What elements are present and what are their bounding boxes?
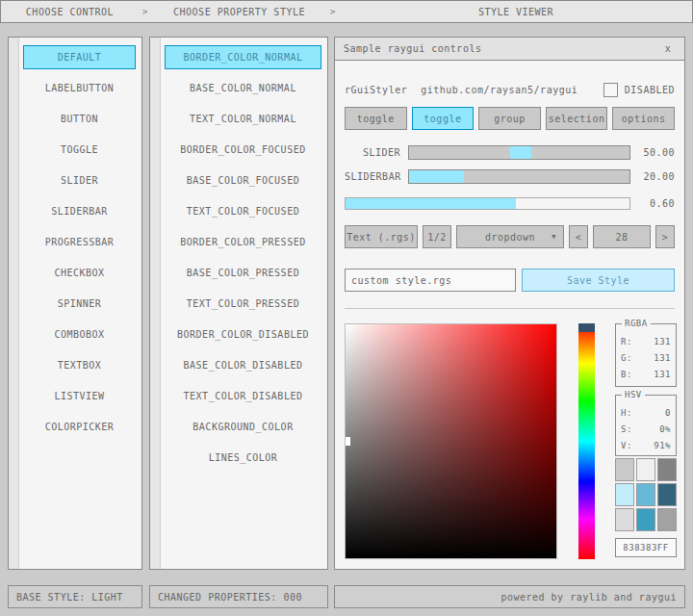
- toggle-group: toggle toggle group selection options: [345, 107, 675, 130]
- divider: [345, 308, 675, 309]
- progressbar-track: [345, 197, 630, 210]
- list-item-labelbutton[interactable]: LABELBUTTON: [23, 76, 136, 100]
- v-value: 91%: [654, 441, 671, 450]
- viewer-title-bar: Sample raygui controls x: [335, 38, 684, 61]
- dropdown-select[interactable]: dropdown ▼: [456, 225, 564, 248]
- color-picker-cursor[interactable]: [346, 437, 350, 446]
- group-button[interactable]: group: [478, 107, 541, 130]
- color-swatch[interactable]: [657, 508, 677, 531]
- list-item-background-color[interactable]: BACKGROUND_COLOR: [165, 415, 321, 439]
- list-item-button[interactable]: BUTTON: [23, 107, 136, 131]
- sliderbar-value: 20.00: [630, 171, 675, 182]
- list-item-border-color-disabled[interactable]: BORDER_COLOR_DISABLED: [165, 322, 321, 346]
- controls-list-scrollbar[interactable]: [9, 38, 19, 569]
- list-item-combobox[interactable]: COMBOBOX: [23, 322, 136, 346]
- color-swatch[interactable]: [615, 458, 634, 481]
- status-changed-properties: CHANGED PROPERTIES: 000: [149, 585, 328, 608]
- list-item-progressbar[interactable]: PROGRESSBAR: [23, 230, 136, 254]
- save-style-button[interactable]: Save Style: [522, 269, 675, 292]
- list-item-border-color-focused[interactable]: BORDER_COLOR_FOCUSED: [165, 138, 321, 162]
- selection-button[interactable]: selection: [546, 107, 608, 130]
- h-value: 0: [665, 408, 671, 418]
- hex-color-textbox[interactable]: 838383FF: [615, 538, 677, 557]
- rgba-group-title: RGBA: [622, 319, 651, 328]
- hsv-group-title: HSV: [622, 390, 645, 399]
- hue-slider-handle[interactable]: [578, 323, 595, 332]
- list-item-text-color-normal[interactable]: TEXT_COLOR_NORMAL: [165, 107, 321, 131]
- close-icon[interactable]: x: [660, 41, 676, 57]
- list-item-base-color-pressed[interactable]: BASE_COLOR_PRESSED: [165, 261, 321, 285]
- color-swatch[interactable]: [657, 483, 677, 506]
- styler-name-label: rGuiStyler: [345, 85, 407, 95]
- spinner-decrement-button[interactable]: <: [569, 225, 588, 248]
- slider-track[interactable]: [408, 145, 630, 160]
- slider-handle[interactable]: [510, 146, 531, 159]
- list-item-text-color-disabled[interactable]: TEXT_COLOR_DISABLED: [165, 384, 321, 408]
- s-label: S:: [621, 424, 632, 434]
- chevron-down-icon: ▼: [552, 233, 556, 241]
- spinner-increment-button[interactable]: >: [655, 225, 675, 248]
- list-item-base-color-disabled[interactable]: BASE_COLOR_DISABLED: [165, 353, 321, 377]
- list-item-checkbox[interactable]: CHECKBOX: [23, 261, 136, 285]
- list-item-listview[interactable]: LISTVIEW: [23, 384, 136, 408]
- top-navigation-bar: CHOOSE CONTROL > CHOOSE PROPERTY STYLE >…: [0, 0, 693, 23]
- rgba-row-g: G: 131: [621, 349, 671, 366]
- slider-value: 50.00: [630, 147, 675, 158]
- rgba-row-r: R: 131: [621, 333, 671, 349]
- disabled-checkbox[interactable]: [603, 83, 618, 97]
- list-item-toggle[interactable]: TOGGLE: [23, 138, 136, 162]
- toggle-button-active[interactable]: toggle: [412, 107, 475, 130]
- list-item-border-color-normal[interactable]: BORDER_COLOR_NORMAL: [165, 45, 321, 69]
- spinner-value-box[interactable]: 28: [593, 225, 651, 248]
- list-item-lines-color[interactable]: LINES_COLOR: [165, 446, 321, 470]
- color-swatch[interactable]: [636, 483, 655, 506]
- list-item-base-color-normal[interactable]: BASE_COLOR_NORMAL: [165, 76, 321, 100]
- list-item-sliderbar[interactable]: SLIDERBAR: [23, 199, 136, 223]
- sliderbar-track[interactable]: [408, 169, 630, 184]
- list-item-textbox[interactable]: TEXTBOX: [23, 353, 136, 377]
- styler-header-row: rGuiStyler github.com/raysan5/raygui DIS…: [345, 82, 675, 97]
- toggle-button[interactable]: toggle: [345, 107, 407, 130]
- dropdown-label: dropdown: [485, 232, 535, 243]
- color-picker-gradient[interactable]: [345, 323, 557, 559]
- r-value: 131: [654, 337, 671, 346]
- list-item-base-color-focused[interactable]: BASE_COLOR_FOCUSED: [165, 168, 321, 192]
- style-filename-input[interactable]: [345, 269, 516, 292]
- color-swatch[interactable]: [615, 483, 634, 506]
- g-value: 131: [654, 353, 671, 363]
- list-item-colorpicker[interactable]: COLORPICKER: [23, 415, 136, 439]
- color-swatch[interactable]: [636, 458, 655, 481]
- color-swatch[interactable]: [657, 458, 677, 481]
- controls-list-panel: DEFAULT LABELBUTTON BUTTON TOGGLE SLIDER…: [8, 37, 142, 570]
- r-label: R:: [621, 337, 632, 346]
- file-format-row: Text (.rgs) 1/2 dropdown ▼ < 28 >: [345, 225, 675, 248]
- v-label: V:: [621, 441, 632, 450]
- options-button[interactable]: options: [612, 107, 675, 130]
- color-swatch[interactable]: [615, 508, 634, 531]
- list-item-spinner[interactable]: SPINNER: [23, 292, 136, 316]
- list-item-text-color-focused[interactable]: TEXT_COLOR_FOCUSED: [165, 199, 321, 223]
- nav-step-choose-control: CHOOSE CONTROL: [1, 1, 139, 22]
- style-viewer-window: Sample raygui controls x rGuiStyler gith…: [334, 37, 685, 570]
- status-powered-by: powered by raylib and raygui: [334, 585, 685, 608]
- controls-list: DEFAULT LABELBUTTON BUTTON TOGGLE SLIDER…: [23, 45, 136, 446]
- slider-label: SLIDER: [345, 147, 408, 158]
- hue-slider[interactable]: [578, 323, 595, 559]
- progressbar-value: 0.60: [630, 198, 675, 209]
- half-toggle[interactable]: 1/2: [423, 225, 451, 248]
- color-swatch[interactable]: [636, 508, 655, 531]
- repo-link[interactable]: github.com/raysan5/raygui: [421, 85, 578, 95]
- sliderbar-fill: [409, 170, 464, 183]
- status-base-style: BASE STYLE: LIGHT: [8, 585, 142, 608]
- hsv-row-h: H: 0: [621, 404, 671, 421]
- properties-list-panel: BORDER_COLOR_NORMAL BASE_COLOR_NORMAL TE…: [149, 37, 328, 570]
- properties-list: BORDER_COLOR_NORMAL BASE_COLOR_NORMAL TE…: [165, 45, 321, 476]
- properties-list-scrollbar[interactable]: [150, 38, 161, 569]
- list-item-border-color-pressed[interactable]: BORDER_COLOR_PRESSED: [165, 230, 321, 254]
- text-rgs-toggle[interactable]: Text (.rgs): [345, 225, 418, 248]
- sliderbar-label: SLIDERBAR: [345, 171, 408, 182]
- list-item-text-color-pressed[interactable]: TEXT_COLOR_PRESSED: [165, 292, 321, 316]
- list-item-slider[interactable]: SLIDER: [23, 168, 136, 192]
- list-item-default[interactable]: DEFAULT: [23, 45, 136, 69]
- progressbar-fill: [346, 198, 516, 209]
